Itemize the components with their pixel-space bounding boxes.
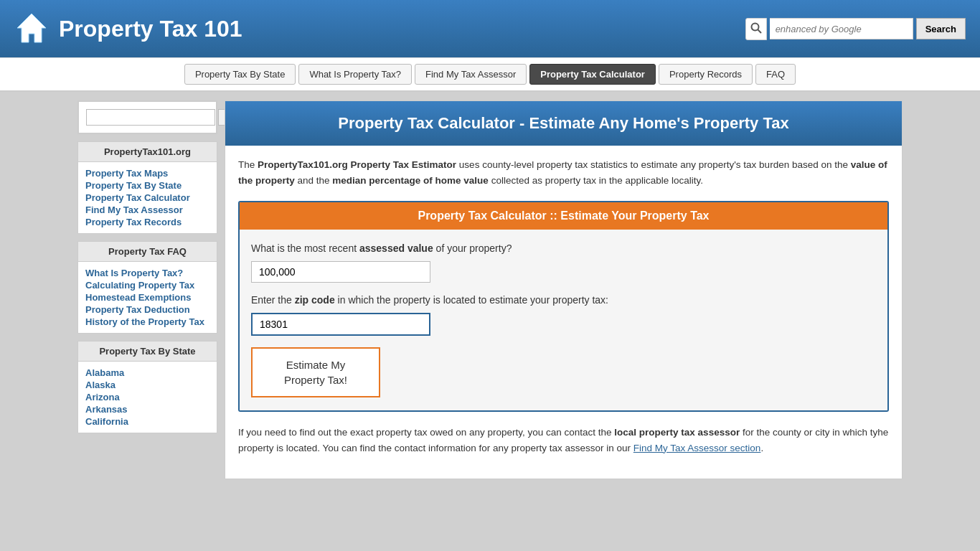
svg-line-2 xyxy=(758,29,761,33)
nav-find-my-tax-assessor[interactable]: Find My Tax Assessor xyxy=(415,64,527,85)
main-content-area: Property Tax Calculator - Estimate Any H… xyxy=(225,100,903,479)
header-search: Search xyxy=(745,18,966,40)
page-wrap: Go PropertyTax101.org Property Tax Maps … xyxy=(70,92,910,488)
calc-box-title: Property Tax Calculator :: Estimate Your… xyxy=(418,209,709,222)
sidebar-state-california[interactable]: California xyxy=(85,416,209,427)
sidebar-state-arkansas[interactable]: Arkansas xyxy=(85,404,209,415)
calc-header-title: Property Tax Calculator - Estimate Any H… xyxy=(338,114,788,132)
sidebar-faq-link-deduction[interactable]: Property Tax Deduction xyxy=(85,304,209,315)
sidebar-link-bystate[interactable]: Property Tax By State xyxy=(85,180,209,191)
sidebar-link-records[interactable]: Property Tax Records xyxy=(85,217,209,227)
search-input[interactable] xyxy=(770,18,913,39)
brand-name: PropertyTax101.org Property Tax Estimato… xyxy=(258,159,456,170)
nav-what-is-property-tax[interactable]: What Is Property Tax? xyxy=(298,64,412,85)
sidebar-propertytax-links: Property Tax Maps Property Tax By State … xyxy=(78,162,217,233)
calc-box-header: Property Tax Calculator :: Estimate Your… xyxy=(240,202,887,230)
footer-paragraph: If you need to find out the exact proper… xyxy=(238,425,889,467)
nav-property-tax-by-state[interactable]: Property Tax By State xyxy=(184,64,296,85)
sidebar-bystate-section: Property Tax By State Alabama Alaska Ari… xyxy=(77,341,217,433)
sidebar-faq-link-homestead[interactable]: Homestead Exemptions xyxy=(85,292,209,303)
sidebar-faq-section: Property Tax FAQ What Is Property Tax? C… xyxy=(77,241,217,334)
main-body: The PropertyTax101.org Property Tax Esti… xyxy=(225,146,902,479)
assessed-value-label-bold: assessed value xyxy=(359,242,433,254)
sidebar-faq-title: Property Tax FAQ xyxy=(78,242,217,262)
zip-label: Enter the zip code in which the property… xyxy=(251,294,876,306)
nav-property-records[interactable]: Property Records xyxy=(659,64,753,85)
sidebar-propertytax-section: PropertyTax101.org Property Tax Maps Pro… xyxy=(77,141,217,234)
header: Property Tax 101 Search xyxy=(0,0,980,57)
sidebar: Go PropertyTax101.org Property Tax Maps … xyxy=(77,100,217,479)
sidebar-bystate-title: Property Tax By State xyxy=(78,342,217,362)
sidebar-faq-links: What Is Property Tax? Calculating Proper… xyxy=(78,262,217,333)
header-left: Property Tax 101 xyxy=(14,11,242,47)
sidebar-search-input[interactable] xyxy=(86,109,215,126)
local-assessor-bold: local property tax assessor xyxy=(614,427,740,438)
calc-box-body: What is the most recent assessed value o… xyxy=(240,230,887,410)
sidebar-link-maps[interactable]: Property Tax Maps xyxy=(85,168,209,179)
assessed-label: What is the most recent assessed value o… xyxy=(251,242,876,254)
calc-header: Property Tax Calculator - Estimate Any H… xyxy=(225,101,902,146)
assessed-value-input[interactable] xyxy=(251,261,430,283)
home-icon xyxy=(14,11,49,47)
search-icon xyxy=(745,18,767,40)
sidebar-link-assessor[interactable]: Find My Tax Assessor xyxy=(85,204,209,215)
calculator-box: Property Tax Calculator :: Estimate Your… xyxy=(238,201,889,412)
nav-faq[interactable]: FAQ xyxy=(755,64,796,85)
sidebar-state-alaska[interactable]: Alaska xyxy=(85,380,209,390)
sidebar-search-box: Go xyxy=(78,101,217,133)
sidebar-search-section: Go xyxy=(77,100,217,134)
nav-property-tax-calculator[interactable]: Property Tax Calculator xyxy=(529,64,656,85)
estimate-button[interactable]: Estimate My Property Tax! xyxy=(251,347,380,397)
sidebar-faq-link-calculating[interactable]: Calculating Property Tax xyxy=(85,280,209,291)
sidebar-propertytax-title: PropertyTax101.org xyxy=(78,142,217,162)
zip-code-label-bold: zip code xyxy=(295,294,335,306)
sidebar-faq-link-whatis[interactable]: What Is Property Tax? xyxy=(85,268,209,278)
intro-paragraph: The PropertyTax101.org Property Tax Esti… xyxy=(238,157,889,188)
nav: Property Tax By State What Is Property T… xyxy=(0,58,980,91)
find-assessor-link[interactable]: Find My Tax Assessor section xyxy=(633,443,761,453)
median-emphasis: median percentage of home value xyxy=(332,175,489,186)
sidebar-state-alabama[interactable]: Alabama xyxy=(85,367,209,378)
zip-code-input[interactable] xyxy=(251,313,430,336)
svg-marker-0 xyxy=(17,14,46,42)
sidebar-state-arizona[interactable]: Arizona xyxy=(85,392,209,402)
search-button[interactable]: Search xyxy=(916,18,966,39)
sidebar-bystate-links: Alabama Alaska Arizona Arkansas Californ… xyxy=(78,362,217,433)
sidebar-link-calculator[interactable]: Property Tax Calculator xyxy=(85,192,209,203)
svg-point-1 xyxy=(751,23,758,30)
sidebar-faq-link-history[interactable]: History of the Property Tax xyxy=(85,316,209,327)
site-title: Property Tax 101 xyxy=(59,16,242,42)
